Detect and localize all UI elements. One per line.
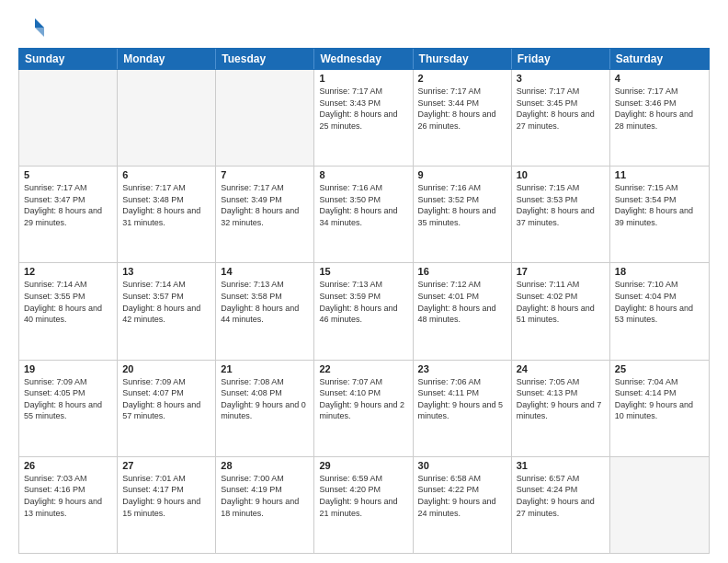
cal-cell-day-29: 29Sunrise: 6:59 AMSunset: 4:20 PMDayligh… <box>314 457 413 553</box>
cal-cell-day-12: 12Sunrise: 7:14 AMSunset: 3:55 PMDayligh… <box>19 263 118 359</box>
cal-week-1: 1Sunrise: 7:17 AMSunset: 3:43 PMDaylight… <box>19 70 709 167</box>
day-number: 26 <box>24 460 112 471</box>
day-number: 19 <box>24 363 112 374</box>
cell-info: Sunrise: 7:11 AMSunset: 4:02 PMDaylight:… <box>517 279 605 325</box>
cell-info: Sunrise: 7:06 AMSunset: 4:11 PMDaylight:… <box>418 376 506 422</box>
cal-cell-empty <box>19 70 118 166</box>
cell-info: Sunrise: 7:17 AMSunset: 3:45 PMDaylight:… <box>517 86 605 132</box>
cal-cell-day-16: 16Sunrise: 7:12 AMSunset: 4:01 PMDayligh… <box>414 263 512 359</box>
cell-info: Sunrise: 7:14 AMSunset: 3:55 PMDaylight:… <box>24 279 112 325</box>
page: SundayMondayTuesdayWednesdayThursdayFrid… <box>0 0 728 563</box>
cal-cell-day-19: 19Sunrise: 7:09 AMSunset: 4:05 PMDayligh… <box>19 361 118 456</box>
cal-cell-day-14: 14Sunrise: 7:13 AMSunset: 3:58 PMDayligh… <box>216 263 314 359</box>
logo <box>18 15 48 40</box>
cell-info: Sunrise: 7:05 AMSunset: 4:13 PMDaylight:… <box>517 376 605 422</box>
day-number: 23 <box>418 363 506 374</box>
svg-marker-1 <box>35 28 44 37</box>
cell-info: Sunrise: 7:14 AMSunset: 3:57 PMDaylight:… <box>122 279 210 325</box>
day-number: 24 <box>517 363 605 374</box>
cal-cell-day-23: 23Sunrise: 7:06 AMSunset: 4:11 PMDayligh… <box>414 361 512 456</box>
cell-info: Sunrise: 7:17 AMSunset: 3:49 PMDaylight:… <box>221 182 309 228</box>
calendar-body: 1Sunrise: 7:17 AMSunset: 3:43 PMDaylight… <box>18 70 710 554</box>
day-number: 3 <box>517 73 605 84</box>
cell-info: Sunrise: 7:08 AMSunset: 4:08 PMDaylight:… <box>221 376 309 422</box>
day-number: 25 <box>615 363 704 374</box>
calendar: SundayMondayTuesdayWednesdayThursdayFrid… <box>18 48 710 554</box>
cell-info: Sunrise: 7:07 AMSunset: 4:10 PMDaylight:… <box>319 376 407 422</box>
day-number: 14 <box>221 266 309 277</box>
cell-info: Sunrise: 7:04 AMSunset: 4:14 PMDaylight:… <box>615 376 704 422</box>
day-number: 16 <box>418 266 506 277</box>
cal-cell-day-1: 1Sunrise: 7:17 AMSunset: 3:43 PMDaylight… <box>314 70 413 166</box>
cell-info: Sunrise: 7:00 AMSunset: 4:19 PMDaylight:… <box>221 473 309 519</box>
cal-cell-day-5: 5Sunrise: 7:17 AMSunset: 3:47 PMDaylight… <box>19 167 118 262</box>
day-number: 17 <box>517 266 605 277</box>
cell-info: Sunrise: 7:15 AMSunset: 3:53 PMDaylight:… <box>517 182 605 228</box>
cal-header-wednesday: Wednesday <box>314 49 413 69</box>
cal-cell-day-24: 24Sunrise: 7:05 AMSunset: 4:13 PMDayligh… <box>512 361 610 456</box>
cal-cell-day-28: 28Sunrise: 7:00 AMSunset: 4:19 PMDayligh… <box>216 457 314 553</box>
day-number: 6 <box>122 169 210 180</box>
day-number: 13 <box>122 266 210 277</box>
cal-cell-day-17: 17Sunrise: 7:11 AMSunset: 4:02 PMDayligh… <box>512 263 610 359</box>
cal-cell-day-6: 6Sunrise: 7:17 AMSunset: 3:48 PMDaylight… <box>118 167 216 262</box>
day-number: 31 <box>517 460 605 471</box>
day-number: 7 <box>221 169 309 180</box>
calendar-header-row: SundayMondayTuesdayWednesdayThursdayFrid… <box>18 48 710 70</box>
cal-cell-day-11: 11Sunrise: 7:15 AMSunset: 3:54 PMDayligh… <box>610 167 709 262</box>
cal-week-2: 5Sunrise: 7:17 AMSunset: 3:47 PMDaylight… <box>19 167 709 263</box>
cal-cell-day-26: 26Sunrise: 7:03 AMSunset: 4:16 PMDayligh… <box>19 457 118 553</box>
cal-cell-day-4: 4Sunrise: 7:17 AMSunset: 3:46 PMDaylight… <box>610 70 709 166</box>
cal-header-monday: Monday <box>118 49 216 69</box>
cell-info: Sunrise: 7:01 AMSunset: 4:17 PMDaylight:… <box>122 473 210 519</box>
cal-cell-day-21: 21Sunrise: 7:08 AMSunset: 4:08 PMDayligh… <box>216 361 314 456</box>
cal-week-3: 12Sunrise: 7:14 AMSunset: 3:55 PMDayligh… <box>19 263 709 360</box>
day-number: 21 <box>221 363 309 374</box>
cal-cell-day-27: 27Sunrise: 7:01 AMSunset: 4:17 PMDayligh… <box>118 457 216 553</box>
cal-cell-day-7: 7Sunrise: 7:17 AMSunset: 3:49 PMDaylight… <box>216 167 314 262</box>
day-number: 15 <box>319 266 407 277</box>
day-number: 5 <box>24 169 112 180</box>
logo-icon <box>18 15 44 40</box>
cell-info: Sunrise: 7:17 AMSunset: 3:44 PMDaylight:… <box>418 86 506 132</box>
header <box>18 15 710 40</box>
day-number: 28 <box>221 460 309 471</box>
cell-info: Sunrise: 7:17 AMSunset: 3:46 PMDaylight:… <box>615 86 704 132</box>
day-number: 30 <box>418 460 506 471</box>
cal-cell-day-3: 3Sunrise: 7:17 AMSunset: 3:45 PMDaylight… <box>512 70 610 166</box>
day-number: 11 <box>615 169 704 180</box>
cal-cell-day-10: 10Sunrise: 7:15 AMSunset: 3:53 PMDayligh… <box>512 167 610 262</box>
cell-info: Sunrise: 7:10 AMSunset: 4:04 PMDaylight:… <box>615 279 704 325</box>
cal-cell-day-2: 2Sunrise: 7:17 AMSunset: 3:44 PMDaylight… <box>414 70 512 166</box>
day-number: 18 <box>615 266 704 277</box>
day-number: 20 <box>122 363 210 374</box>
cal-cell-day-20: 20Sunrise: 7:09 AMSunset: 4:07 PMDayligh… <box>118 361 216 456</box>
svg-marker-0 <box>35 18 44 28</box>
cal-cell-day-13: 13Sunrise: 7:14 AMSunset: 3:57 PMDayligh… <box>118 263 216 359</box>
day-number: 2 <box>418 73 506 84</box>
cal-cell-day-30: 30Sunrise: 6:58 AMSunset: 4:22 PMDayligh… <box>414 457 512 553</box>
cal-header-saturday: Saturday <box>610 49 709 69</box>
cal-header-tuesday: Tuesday <box>216 49 314 69</box>
cal-cell-empty <box>216 70 314 166</box>
cell-info: Sunrise: 7:13 AMSunset: 3:58 PMDaylight:… <box>221 279 309 325</box>
cell-info: Sunrise: 7:09 AMSunset: 4:05 PMDaylight:… <box>24 376 112 422</box>
cell-info: Sunrise: 6:58 AMSunset: 4:22 PMDaylight:… <box>418 473 506 519</box>
cell-info: Sunrise: 7:03 AMSunset: 4:16 PMDaylight:… <box>24 473 112 519</box>
cal-cell-day-31: 31Sunrise: 6:57 AMSunset: 4:24 PMDayligh… <box>512 457 610 553</box>
day-number: 29 <box>319 460 407 471</box>
cal-cell-day-25: 25Sunrise: 7:04 AMSunset: 4:14 PMDayligh… <box>610 361 709 456</box>
day-number: 10 <box>517 169 605 180</box>
cell-info: Sunrise: 7:16 AMSunset: 3:52 PMDaylight:… <box>418 182 506 228</box>
cal-header-friday: Friday <box>512 49 610 69</box>
cal-cell-empty <box>610 457 709 553</box>
cell-info: Sunrise: 6:57 AMSunset: 4:24 PMDaylight:… <box>517 473 605 519</box>
day-number: 12 <box>24 266 112 277</box>
cell-info: Sunrise: 7:17 AMSunset: 3:43 PMDaylight:… <box>319 86 407 132</box>
cal-cell-day-8: 8Sunrise: 7:16 AMSunset: 3:50 PMDaylight… <box>314 167 413 262</box>
cal-header-thursday: Thursday <box>414 49 512 69</box>
cal-cell-empty <box>118 70 216 166</box>
day-number: 4 <box>615 73 704 84</box>
cal-header-sunday: Sunday <box>19 49 118 69</box>
cal-week-4: 19Sunrise: 7:09 AMSunset: 4:05 PMDayligh… <box>19 361 709 457</box>
